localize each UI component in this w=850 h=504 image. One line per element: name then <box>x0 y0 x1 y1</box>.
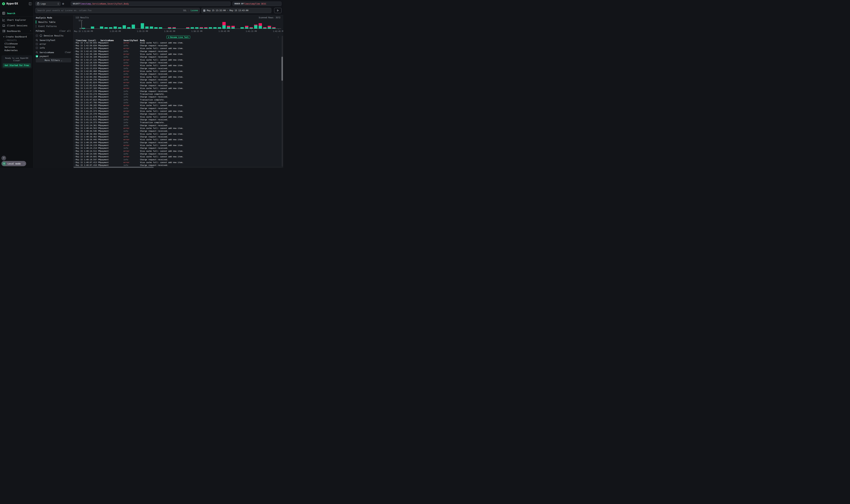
table-row[interactable]: ›May 15 1:41:57.178 PMpaymentinfoCharge … <box>73 90 279 93</box>
table-row[interactable]: ›May 15 1:42:27.131 PMpaymenterrorVisa c… <box>73 58 279 61</box>
table-row[interactable]: ›May 15 1:40:10.601 PMpaymenterrorVisa c… <box>73 156 279 158</box>
row-expand-chevron-icon[interactable]: › <box>73 93 76 95</box>
search-input[interactable] <box>37 9 182 12</box>
gear-icon[interactable]: ⚙ <box>61 2 65 5</box>
table-row[interactable]: ›May 15 1:40:38.466 PMpaymenterrorVisa c… <box>73 132 279 135</box>
table-row[interactable]: ›May 15 1:41:14.361 PMpaymentinfoCharge … <box>73 124 279 127</box>
checkbox-info[interactable] <box>36 47 38 49</box>
vertical-scrollbar[interactable] <box>282 36 283 167</box>
table-row[interactable]: ›May 15 1:42:04.376 PMpaymentinfoCharge … <box>73 78 279 81</box>
sidebar-item-dashboards[interactable]: Dashboards ⌃ <box>0 29 34 34</box>
row-expand-chevron-icon[interactable]: › <box>73 159 76 161</box>
clear-group-button[interactable]: Clear <box>65 51 71 54</box>
more-filters-button[interactable]: More filters ⌄ <box>36 58 71 62</box>
table-row[interactable]: ›May 15 1:41:21.652 PMpaymentinfoCharge … <box>73 118 279 121</box>
histogram-bar[interactable] <box>272 27 275 29</box>
checkbox-error[interactable] <box>36 43 38 45</box>
histogram-bar[interactable] <box>227 26 230 29</box>
row-expand-chevron-icon[interactable]: › <box>73 164 76 166</box>
sidebar-collapse-icon[interactable] <box>29 2 32 5</box>
row-expand-chevron-icon[interactable]: › <box>73 53 76 55</box>
histogram-bar[interactable] <box>132 24 135 29</box>
histogram-bar[interactable] <box>268 26 271 29</box>
row-expand-chevron-icon[interactable]: › <box>73 76 76 78</box>
table-row[interactable]: ›May 15 1:42:36.188 PMpaymenterrorVisa c… <box>73 53 279 55</box>
row-expand-chevron-icon[interactable]: › <box>73 153 76 155</box>
row-expand-chevron-icon[interactable]: › <box>73 142 76 144</box>
histogram-bar[interactable] <box>240 27 244 29</box>
mode-event-patterns[interactable]: Event Patterns <box>36 24 71 28</box>
histogram-bar[interactable] <box>91 26 94 29</box>
histogram-bar[interactable] <box>263 27 267 29</box>
row-expand-chevron-icon[interactable]: › <box>73 96 76 98</box>
table-row[interactable]: ›May 15 1:40:14.505 PMpaymentinfoCharge … <box>73 152 279 155</box>
row-expand-chevron-icon[interactable]: › <box>73 48 76 49</box>
histogram-bar[interactable] <box>195 27 198 29</box>
mode-results-table[interactable]: Results Table <box>36 20 71 24</box>
row-expand-chevron-icon[interactable]: › <box>73 150 76 152</box>
row-expand-chevron-icon[interactable]: › <box>73 127 76 129</box>
run-query-button[interactable] <box>274 8 282 13</box>
row-expand-chevron-icon[interactable]: › <box>73 50 76 52</box>
histogram-bar[interactable] <box>150 26 153 29</box>
histogram-bar[interactable] <box>159 27 162 29</box>
order-by-editor[interactable]: ORDER BY TimestampTime DESC <box>233 2 282 6</box>
row-expand-chevron-icon[interactable]: › <box>73 113 76 115</box>
histogram-bar[interactable] <box>154 27 158 29</box>
presets-section-toggle[interactable]: ⌄ PRESETS <box>4 39 17 41</box>
histogram-bar[interactable] <box>231 26 235 29</box>
row-expand-chevron-icon[interactable]: › <box>73 73 76 75</box>
histogram-bar[interactable] <box>100 26 103 29</box>
table-row[interactable]: ›May 15 1:42:01.814 PMpaymentinfoCharge … <box>73 84 279 87</box>
row-expand-chevron-icon[interactable]: › <box>73 44 76 47</box>
table-row[interactable]: ›May 15 1:41:47.823 PMpaymentinfoTransac… <box>73 98 279 101</box>
histogram-bar[interactable] <box>168 27 171 29</box>
sql-select-editor[interactable]: SELECT Timestamp, ServiceName, SeverityT… <box>71 2 231 6</box>
histogram-bar[interactable] <box>218 27 221 29</box>
table-row[interactable]: ›May 15 1:42:05.450 PMpaymentinfoCharge … <box>73 73 279 75</box>
histogram-bar[interactable] <box>82 28 85 29</box>
row-expand-chevron-icon[interactable]: › <box>73 79 76 81</box>
table-row[interactable]: ›May 15 1:40:44.563 PMpaymenterrorVisa c… <box>73 127 279 130</box>
language-toggle-lucene[interactable]: Lucene <box>191 9 198 12</box>
source-select[interactable]: Logs <box>35 2 60 6</box>
histogram-bar[interactable] <box>213 27 217 29</box>
table-row[interactable]: ›May 15 1:42:05.460 PMpaymenterrorVisa c… <box>73 70 279 73</box>
checkbox-payment[interactable] <box>36 55 38 57</box>
histogram-bar[interactable] <box>222 22 226 29</box>
table-row[interactable]: ›May 15 1:42:50.843 PMpaymenterrorVisa c… <box>73 41 279 44</box>
sidebar-item-client-sessions[interactable]: Client Sessions <box>0 23 34 28</box>
filter-option-error[interactable]: error <box>36 42 71 46</box>
row-expand-chevron-icon[interactable]: › <box>73 102 76 104</box>
row-expand-chevron-icon[interactable]: › <box>73 56 76 58</box>
table-row[interactable]: ›May 15 1:42:50.834 PMpaymentinfoCharge … <box>73 44 279 47</box>
row-expand-chevron-icon[interactable]: › <box>73 105 76 106</box>
row-expand-chevron-icon[interactable]: › <box>73 130 76 132</box>
row-expand-chevron-icon[interactable]: › <box>73 156 76 158</box>
row-expand-chevron-icon[interactable]: › <box>73 139 76 141</box>
row-expand-chevron-icon[interactable]: › <box>73 70 76 72</box>
table-row[interactable]: ›May 15 1:42:01.824 PMpaymenterrorVisa c… <box>73 81 279 84</box>
histogram-bar[interactable] <box>145 26 149 29</box>
row-expand-chevron-icon[interactable]: › <box>73 147 76 149</box>
get-started-button[interactable]: Get Started for Free <box>3 63 31 68</box>
table-row[interactable]: ›May 15 1:42:43.336 PMpaymentinfoCharge … <box>73 50 279 53</box>
histogram-bar[interactable] <box>250 27 253 29</box>
table-row[interactable]: ›May 15 1:42:26.920 PMpaymentinfoCharge … <box>73 61 279 64</box>
histogram-bar[interactable] <box>186 27 189 29</box>
histogram-bar[interactable] <box>105 27 108 29</box>
histogram-bar[interactable] <box>123 25 126 29</box>
table-row[interactable]: ›May 15 1:41:53.260 PMpaymentinfoCharge … <box>73 95 279 98</box>
histogram-bar[interactable] <box>191 27 194 29</box>
date-range-picker[interactable]: May 15 13:32:00 - May 15 13:43:00 <box>201 8 271 13</box>
row-expand-chevron-icon[interactable]: › <box>73 144 76 146</box>
table-row[interactable]: ›May 15 1:40:44.546 PMpaymentinfoCharge … <box>73 130 279 132</box>
histogram-plot[interactable] <box>82 21 281 29</box>
preset-item-kubernetes[interactable]: Kubernetes <box>4 49 18 52</box>
table-row[interactable]: ›May 15 1:42:04.392 PMpaymenterrorVisa c… <box>73 75 279 78</box>
table-row[interactable]: ›May 15 1:40:14.511 PMpaymenterrorVisa c… <box>73 150 279 152</box>
table-row[interactable]: ›May 15 1:40:26.445 PMpaymenterrorVisa c… <box>73 138 279 141</box>
table-options-menu-icon[interactable]: ⋮ <box>277 36 279 38</box>
table-row[interactable]: ›May 15 1:42:13.055 PMpaymenterrorVisa c… <box>73 64 279 67</box>
table-row[interactable]: ›May 15 1:41:25.373 PMpaymenterrorVisa c… <box>73 110 279 112</box>
